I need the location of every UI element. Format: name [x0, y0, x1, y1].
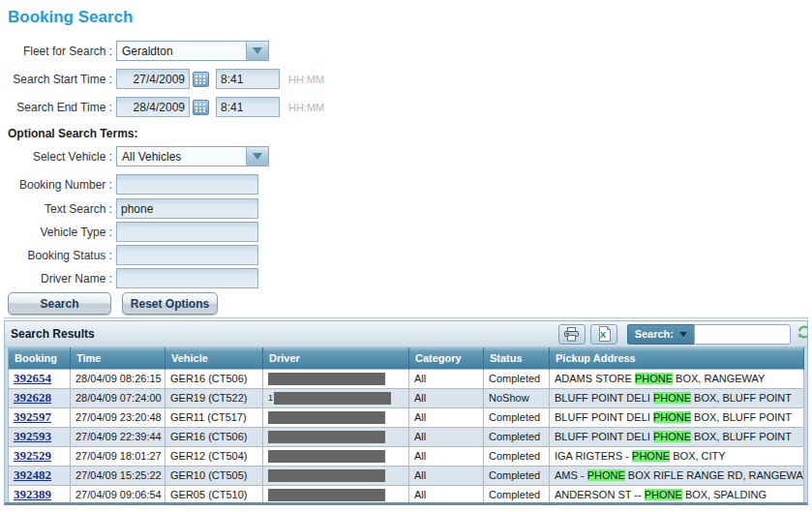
- results-search-label: Search:: [635, 328, 674, 340]
- booking-status-label: Booking Status :: [0, 249, 112, 262]
- fleet-label: Fleet for Search :: [0, 45, 112, 58]
- booking-cell: 392628: [9, 388, 71, 407]
- booking-link[interactable]: 392628: [14, 390, 51, 405]
- reset-options-button[interactable]: Reset Options: [122, 292, 218, 315]
- fleet-dropdown-button[interactable]: [246, 42, 268, 60]
- fleet-row: Fleet for Search : Geraldton: [0, 41, 269, 61]
- search-results-panel: Search Results X: [4, 320, 808, 505]
- text-search-row: Text Search :: [0, 198, 258, 219]
- highlighted-search-term: PHONE: [653, 392, 691, 404]
- driver-cell: [263, 369, 409, 388]
- column-header-category[interactable]: Category: [409, 347, 484, 369]
- export-excel-button[interactable]: X: [590, 324, 617, 345]
- booking-number-label: Booking Number :: [0, 178, 112, 192]
- category-cell: All: [409, 427, 484, 446]
- status-cell: Completed: [484, 369, 550, 388]
- table-row: 39262828/04/09 07:24:00GER19 (CT522)1All…: [9, 388, 804, 407]
- pickup-address-cell: BLUFF POINT DELI PHONE BOX, BLUFF POINT: [550, 388, 804, 407]
- driver-name-input[interactable]: [116, 268, 258, 288]
- chevron-down-icon: [253, 47, 262, 54]
- optional-search-terms-heading: Optional Search Terms:: [8, 127, 137, 140]
- calendar-icon: [195, 74, 207, 85]
- column-header-time[interactable]: Time: [71, 347, 165, 369]
- vehicle-type-row: Vehicle Type :: [0, 222, 258, 242]
- driver-name-row: Driver Name :: [0, 268, 258, 288]
- redacted-driver-name: [268, 373, 385, 385]
- fleet-select[interactable]: Geraldton: [116, 41, 269, 61]
- vehicle-select[interactable]: All Vehicles: [116, 146, 269, 166]
- category-cell: All: [409, 407, 484, 427]
- results-table-wrap: Booking Time Vehicle Driver Category Sta…: [5, 347, 807, 505]
- booking-cell: 392529: [9, 446, 71, 466]
- pickup-address-cell: IGA RIGTERS - PHONE BOX, CITY: [550, 446, 804, 466]
- vehicle-cell: GER10 (CT505): [165, 466, 263, 485]
- table-row: 39248227/04/09 15:25:22GER10 (CT505)AllC…: [9, 466, 804, 485]
- vehicle-cell: GER11 (CT517): [165, 407, 263, 427]
- text-search-input[interactable]: [116, 198, 258, 219]
- column-header-status[interactable]: Status: [484, 347, 550, 369]
- start-time-input[interactable]: [216, 69, 280, 89]
- start-date-input[interactable]: [116, 69, 190, 89]
- highlighted-search-term: PHONE: [653, 431, 691, 442]
- booking-link[interactable]: 392529: [14, 448, 51, 463]
- vehicle-cell: GER05 (CT510): [165, 485, 263, 504]
- table-row: 39265428/04/09 08:26:15GER16 (CT506)AllC…: [9, 369, 804, 388]
- end-calendar-button[interactable]: [193, 100, 209, 115]
- booking-status-row: Booking Status :: [0, 245, 258, 265]
- column-header-booking[interactable]: Booking: [9, 347, 71, 369]
- refresh-button[interactable]: [797, 324, 808, 344]
- column-header-pickup-address[interactable]: Pickup Address: [550, 347, 804, 369]
- start-time-label: Search Start Time :: [0, 73, 112, 86]
- results-toolbar: Search Results X: [5, 321, 807, 347]
- print-button[interactable]: [558, 324, 586, 345]
- highlighted-search-term: PHONE: [645, 489, 682, 500]
- booking-cell: 392482: [9, 466, 71, 485]
- time-cell: 27/04/09 15:25:22: [71, 466, 165, 485]
- table-row: 39259727/04/09 23:20:48GER11 (CT517)AllC…: [9, 407, 804, 427]
- booking-link[interactable]: 392389: [14, 487, 51, 501]
- vehicle-row: Select Vehicle : All Vehicles: [0, 146, 269, 166]
- pickup-address-cell: BLUFF POINT DELI PHONE BOX, BLUFF POINT: [550, 427, 804, 446]
- category-cell: All: [409, 466, 484, 485]
- search-button[interactable]: Search: [8, 292, 111, 315]
- results-table: Booking Time Vehicle Driver Category Sta…: [8, 347, 804, 505]
- start-calendar-button[interactable]: [193, 72, 209, 87]
- redacted-driver-name: [268, 469, 385, 482]
- driver-name-fragment: 1: [268, 393, 273, 403]
- refresh-icon: [797, 324, 808, 340]
- booking-number-input[interactable]: [116, 174, 258, 195]
- highlighted-search-term: PHONE: [632, 450, 670, 462]
- results-search-dropdown[interactable]: Search:: [627, 324, 694, 345]
- table-row: 39238927/04/09 09:06:54GER05 (CT510)AllC…: [9, 485, 804, 504]
- status-cell: Completed: [484, 427, 550, 446]
- highlighted-search-term: PHONE: [635, 373, 673, 384]
- end-time-input[interactable]: [216, 97, 280, 117]
- booking-link[interactable]: 392654: [14, 371, 51, 385]
- text-search-label: Text Search :: [0, 202, 112, 216]
- booking-link[interactable]: 392482: [14, 467, 51, 482]
- column-header-driver[interactable]: Driver: [263, 347, 409, 369]
- booking-status-input[interactable]: [116, 245, 258, 265]
- driver-name-label: Driver Name :: [0, 272, 112, 286]
- booking-number-row: Booking Number :: [0, 174, 258, 195]
- booking-cell: 392593: [9, 427, 71, 446]
- results-title: Search Results: [11, 327, 95, 341]
- vehicle-type-input[interactable]: [116, 222, 258, 242]
- results-rows: 39265428/04/09 08:26:15GER16 (CT506)AllC…: [9, 369, 804, 504]
- column-header-vehicle[interactable]: Vehicle: [165, 347, 263, 369]
- booking-search-page: Booking Search Fleet for Search : Gerald…: [0, 0, 812, 512]
- section-divider: [4, 317, 808, 318]
- results-search-input[interactable]: [694, 324, 791, 345]
- end-date-input[interactable]: [116, 97, 190, 117]
- vehicle-cell: GER16 (CT506): [165, 369, 263, 388]
- page-title: Booking Search: [8, 8, 133, 27]
- vehicle-dropdown-button[interactable]: [246, 147, 268, 166]
- table-row: 39252927/04/09 18:01:27GER12 (CT504)AllC…: [9, 446, 804, 466]
- booking-link[interactable]: 392593: [14, 429, 51, 443]
- printer-icon: [563, 327, 580, 342]
- redacted-driver-name: [268, 411, 385, 424]
- time-cell: 27/04/09 22:39:44: [71, 427, 165, 446]
- driver-cell: [263, 466, 409, 485]
- pickup-address-cell: AMS - PHONE BOX RIFLE RANGE RD, RANGEWAY: [550, 466, 804, 485]
- booking-link[interactable]: 392597: [14, 409, 51, 424]
